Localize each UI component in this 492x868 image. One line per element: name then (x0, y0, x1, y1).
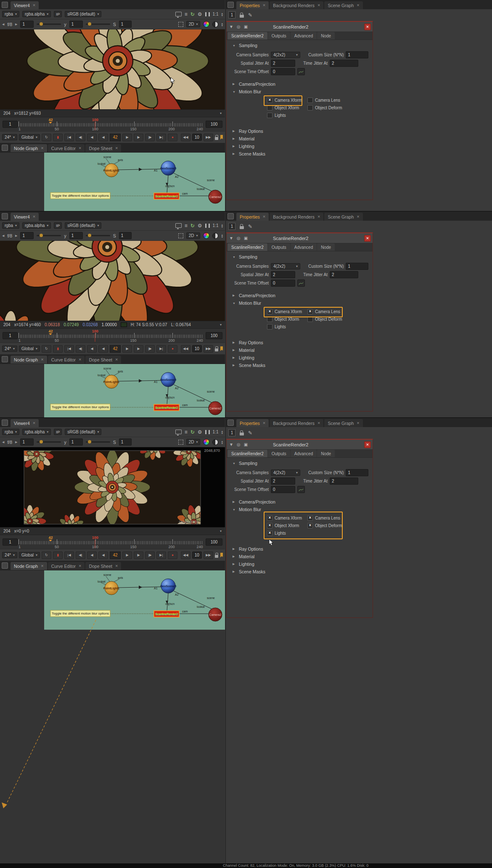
range-end-field[interactable]: 100 (206, 538, 222, 546)
range-start-field[interactable]: 1 (3, 538, 18, 546)
panel-menu-button[interactable] (227, 213, 234, 219)
checkbox-object-deform[interactable] (307, 105, 313, 111)
monitor-out-icon[interactable] (175, 430, 182, 434)
display-gamma-icon[interactable] (212, 439, 218, 445)
panel-menu-button[interactable] (2, 419, 8, 426)
goto-end-button[interactable]: ▶| (156, 551, 166, 559)
panel-menu-button[interactable] (2, 213, 8, 219)
fps-select[interactable]: 24*▾ (2, 552, 17, 558)
alpha-select[interactable]: rgba.alpha▾ (22, 11, 51, 17)
close-panel-button[interactable]: ✕ (364, 235, 371, 242)
goto-start-button[interactable]: |◀ (64, 134, 74, 141)
current-frame-marker[interactable]: 42 (48, 118, 53, 125)
close-icon[interactable]: × (33, 3, 35, 8)
float-panel-icon[interactable]: ▣ (244, 236, 248, 240)
group-camera-projection[interactable]: ▶Camera/Projection (233, 499, 275, 504)
gain-slider[interactable] (37, 24, 61, 25)
display-gamma-icon[interactable] (212, 233, 218, 239)
panel-chevrons-icon[interactable]: ▴▾ (221, 22, 223, 26)
gain-field[interactable]: 1 (20, 21, 34, 28)
fps-select[interactable]: 24*▾ (2, 134, 17, 140)
colorspace-select[interactable]: sRGB (default)▾ (65, 11, 101, 17)
gain-slider[interactable] (37, 441, 61, 443)
tab-curve-editor[interactable]: Curve Editor× (48, 356, 85, 364)
sync-icon[interactable]: ↻ (190, 223, 195, 228)
jump-back-button[interactable]: ◀◀ (181, 551, 190, 559)
pause-icon[interactable] (205, 430, 210, 434)
group-ray-options[interactable]: ▶Ray Options (233, 546, 263, 551)
group-ray-options[interactable]: ▶Ray Options (233, 340, 263, 345)
loop-mode-icon[interactable]: ↻ (42, 134, 51, 141)
group-sampling[interactable]: ▼Sampling (233, 43, 257, 48)
chevron-down-icon[interactable]: ▾ (220, 529, 222, 533)
colorspace-select[interactable]: sRGB (default)▾ (65, 222, 101, 229)
panel-menu-button[interactable] (2, 356, 8, 362)
range-start-field[interactable]: 1 (3, 121, 18, 128)
panel-menu-button[interactable] (2, 562, 8, 569)
chevron-down-icon[interactable]: ▾ (220, 111, 222, 115)
next-frame-button[interactable]: ▶ (134, 134, 143, 141)
edit-icon[interactable]: ✎ (248, 430, 252, 436)
scene-time-offset-field[interactable]: 0 (271, 280, 295, 287)
pause-icon[interactable] (205, 224, 210, 228)
center-node-icon[interactable]: ◎ (237, 24, 241, 29)
curve-editor-button[interactable] (297, 486, 305, 493)
group-motion-blur[interactable]: ▼Motion Blur (233, 507, 261, 512)
jump-step-field[interactable]: 10 (192, 551, 202, 559)
group-lighting[interactable]: ▶Lighting (233, 144, 254, 149)
tab-scanlinerender2[interactable]: ScanlineRender2 (227, 32, 267, 40)
collapse-icon[interactable]: ▼ (229, 442, 233, 447)
viewer-viewport[interactable]: 2048,870 (2048x870) (0, 447, 225, 527)
next-frame-button[interactable]: ▶ (134, 551, 143, 559)
prev-icon[interactable]: ◀ (2, 441, 4, 444)
lock-icon[interactable] (240, 433, 244, 435)
play-forward-button[interactable]: ▶ (122, 134, 132, 141)
group-material[interactable]: ▶Material (233, 136, 254, 141)
close-icon[interactable]: × (115, 357, 118, 362)
tab-background-renders[interactable]: Background Renders× (270, 213, 323, 221)
sync-icon[interactable]: ↻ (190, 430, 195, 435)
prev-icon[interactable]: ◀ (2, 23, 4, 26)
time-jitter-field[interactable]: 2 (330, 271, 358, 278)
bookmark-icon[interactable] (220, 346, 223, 351)
play-forward-button[interactable]: ▶ (122, 345, 132, 353)
panel-chevrons-icon[interactable]: ▴▾ (221, 440, 223, 444)
jump-back-button[interactable]: ◀◀ (181, 345, 190, 353)
tab-outputs[interactable]: Outputs (268, 450, 290, 457)
tab-dope-sheet[interactable]: Dope Sheet× (85, 144, 121, 152)
prev-frame-button[interactable]: ◀ (87, 134, 97, 141)
tab-node[interactable]: Node (317, 32, 335, 40)
tab-advanced[interactable]: Advanced (291, 450, 317, 457)
group-scene-masks[interactable]: ▶Scene Masks (233, 363, 265, 368)
prev-keyframe-button[interactable]: ◀| (76, 134, 85, 141)
panel-chevrons-icon[interactable]: ▴▾ (221, 224, 223, 228)
lock-icon[interactable] (215, 348, 218, 351)
jump-forward-button[interactable]: ▶▶ (204, 134, 213, 141)
tab-properties[interactable]: Properties× (236, 1, 269, 9)
range-scope-select[interactable]: Global▾ (19, 134, 40, 140)
playhead-marker[interactable]: 100 (92, 536, 98, 540)
gamma-field[interactable]: 1 (69, 438, 83, 446)
tab-scene-graph[interactable]: Scene Graph× (324, 1, 362, 9)
group-camera-projection[interactable]: ▶Camera/Projection (233, 82, 275, 87)
timeline-ruler[interactable]: 1 50 100 150 200 240 42 100 (19, 537, 202, 548)
tab-node-graph[interactable]: Node Graph× (11, 144, 47, 152)
panel-chevrons-icon[interactable]: ▴▾ (221, 12, 223, 16)
edit-icon[interactable]: ✎ (248, 12, 252, 18)
next-icon[interactable]: ▶ (15, 234, 17, 237)
play-backward-button[interactable]: ◀ (98, 551, 108, 559)
jump-step-field[interactable]: 10 (192, 345, 202, 352)
tab-curve-editor[interactable]: Curve Editor× (48, 562, 85, 570)
stop-icon[interactable]: ● (168, 345, 177, 353)
color-wheel-icon[interactable] (203, 232, 209, 239)
close-icon[interactable]: × (41, 357, 43, 362)
edit-icon[interactable]: ✎ (248, 224, 252, 230)
goto-end-button[interactable]: ▶| (156, 134, 166, 141)
playhead-marker[interactable]: 100 (92, 118, 98, 122)
close-icon[interactable]: × (41, 146, 43, 150)
spatial-jitter-field[interactable]: 2 (271, 271, 295, 278)
next-icon[interactable]: ▶ (15, 23, 17, 26)
tab-curve-editor[interactable]: Curve Editor× (48, 144, 85, 152)
tab-properties[interactable]: Properties× (236, 419, 269, 427)
close-icon[interactable]: × (263, 421, 265, 425)
